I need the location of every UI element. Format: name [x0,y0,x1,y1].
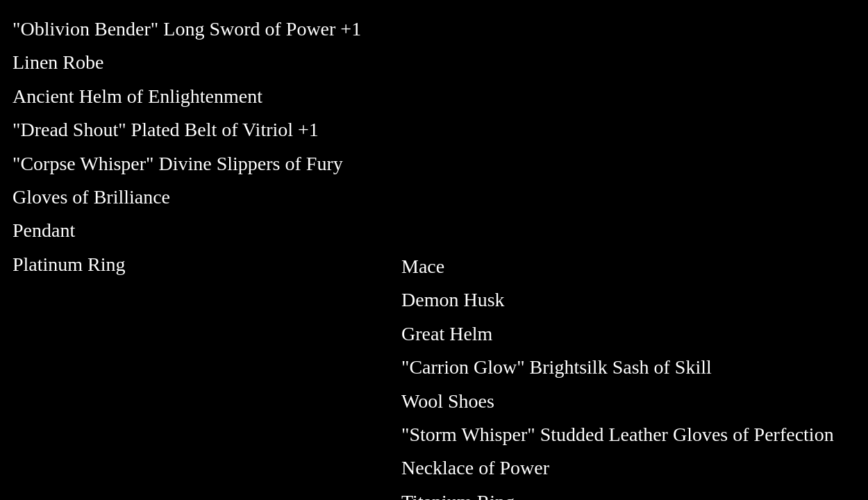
item-1: "Oblivion Bender" Long Sword of Power +1 [12,12,361,46]
item-6: Gloves of Brilliance [12,181,361,214]
item-r5: Wool Shoes [401,385,834,418]
item-4: "Dread Shout" Plated Belt of Vitriol +1 [12,113,361,147]
item-5: "Corpse Whisper" Divine Slippers of Fury [12,147,361,181]
item-r8: Titanium Ring [401,485,834,500]
item-r7: Necklace of Power [401,451,834,485]
item-2: Linen Robe [12,46,361,79]
right-item-list: MaceDemon HuskGreat Helm"Carrion Glow" B… [401,250,834,500]
item-r3: Great Helm [401,317,834,351]
item-r4: "Carrion Glow" Brightsilk Sash of Skill [401,351,834,384]
left-item-list: "Oblivion Bender" Long Sword of Power +1… [12,12,361,281]
item-7: Pendant [12,214,361,247]
item-r2: Demon Husk [401,283,834,317]
item-r6: "Storm Whisper" Studded Leather Gloves o… [401,418,834,451]
item-r1: Mace [401,250,834,283]
item-8: Platinum Ring [12,248,361,281]
item-3: Ancient Helm of Enlightenment [12,80,361,113]
